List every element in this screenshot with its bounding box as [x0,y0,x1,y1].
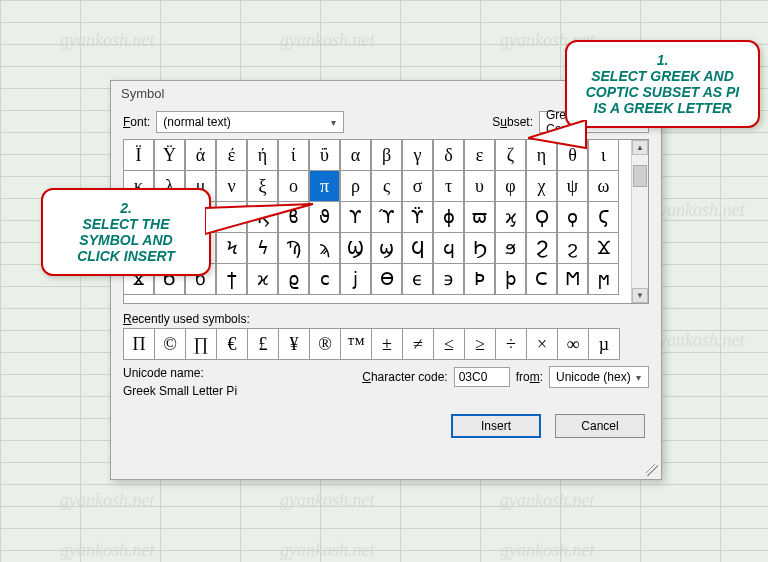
scroll-up-icon[interactable]: ▲ [632,140,648,155]
chevron-down-icon: ▾ [328,117,339,128]
recent-symbol-cell[interactable]: Π [123,328,155,360]
symbol-cell[interactable]: ς [371,170,402,202]
symbol-cell[interactable]: ϯ [216,263,247,295]
callout-1-tail [528,120,588,160]
symbol-cell[interactable]: υ [464,170,495,202]
symbol-cell[interactable]: ϻ [588,263,619,295]
scroll-thumb[interactable] [633,165,647,187]
symbol-cell[interactable]: δ [433,139,464,171]
symbol-cell[interactable]: ϸ [495,263,526,295]
symbol-cell[interactable]: χ [526,170,557,202]
symbol-cell[interactable]: ϳ [340,263,371,295]
symbol-cell[interactable]: ψ [557,170,588,202]
symbol-cell[interactable]: ν [216,170,247,202]
unicode-name-value: Greek Small Letter Pi [123,384,323,398]
recent-symbol-cell[interactable]: ¥ [278,328,310,360]
symbol-cell[interactable]: έ [216,139,247,171]
insert-button[interactable]: Insert [451,414,541,438]
symbol-cell[interactable]: Ϙ [526,201,557,233]
svg-marker-1 [205,204,313,234]
symbol-cell[interactable]: ά [185,139,216,171]
symbol-cell[interactable]: Ϥ [402,232,433,264]
char-code-input[interactable] [454,367,510,387]
recent-symbols-row: Π©∏€£¥®™±≠≤≥÷×∞µ [123,328,649,360]
svg-marker-0 [528,120,586,148]
symbol-cell[interactable]: ϱ [278,263,309,295]
chevron-down-icon: ▾ [633,372,644,383]
symbol-cell[interactable]: Ϲ [526,263,557,295]
recent-symbol-cell[interactable]: µ [588,328,620,360]
symbol-cell[interactable]: π [309,170,340,202]
symbol-cell[interactable]: ϰ [247,263,278,295]
grid-scrollbar[interactable]: ▲ ▼ [631,140,648,303]
symbol-cell[interactable]: ϴ [371,263,402,295]
font-dropdown[interactable]: (normal text) ▾ [156,111,344,133]
recent-symbol-cell[interactable]: € [216,328,248,360]
scroll-down-icon[interactable]: ▼ [632,288,648,303]
symbol-cell[interactable]: Ϫ [588,232,619,264]
symbol-cell[interactable]: ζ [495,139,526,171]
cancel-button[interactable]: Cancel [555,414,645,438]
symbol-cell[interactable]: ξ [247,170,278,202]
symbol-cell[interactable]: ϓ [371,201,402,233]
symbol-cell[interactable]: α [340,139,371,171]
symbol-cell[interactable]: γ [402,139,433,171]
symbol-cell[interactable]: ϥ [433,232,464,264]
symbol-cell[interactable]: β [371,139,402,171]
symbol-cell[interactable]: ϲ [309,263,340,295]
callout-2-tail [205,200,315,240]
subset-label: Subset: [492,115,533,129]
annotation-callout-1: 1. SELECT GREEK AND COPTIC SUBSET AS PI … [565,40,760,128]
annotation-callout-2: 2. SELECT THE SYMBOL AND CLICK INSERT [41,188,211,276]
symbol-cell[interactable]: ο [278,170,309,202]
resize-grip-icon[interactable] [646,464,658,476]
symbol-cell[interactable]: ω [588,170,619,202]
recent-symbol-cell[interactable]: ≤ [433,328,465,360]
symbol-cell[interactable]: ϩ [557,232,588,264]
recent-symbol-cell[interactable]: ® [309,328,341,360]
symbol-cell[interactable]: ή [247,139,278,171]
from-dropdown[interactable]: Unicode (hex) ▾ [549,366,649,388]
symbol-cell[interactable]: ϗ [495,201,526,233]
recent-symbol-cell[interactable]: £ [247,328,279,360]
symbol-cell[interactable]: ϧ [495,232,526,264]
recent-symbol-cell[interactable]: ≠ [402,328,434,360]
symbol-cell[interactable]: Ϊ [123,139,154,171]
symbol-cell[interactable]: Ϣ [340,232,371,264]
symbol-cell[interactable]: ρ [340,170,371,202]
recent-symbol-cell[interactable]: © [154,328,186,360]
symbol-cell[interactable]: τ [433,170,464,202]
symbol-cell[interactable]: ί [278,139,309,171]
symbol-cell[interactable]: Ϻ [557,263,588,295]
recent-symbol-cell[interactable]: ™ [340,328,372,360]
recent-symbol-cell[interactable]: ± [371,328,403,360]
from-value: Unicode (hex) [556,370,631,384]
recent-symbol-cell[interactable]: ∞ [557,328,589,360]
recent-symbol-cell[interactable]: × [526,328,558,360]
symbol-cell[interactable]: ΰ [309,139,340,171]
symbol-cell[interactable]: ϖ [464,201,495,233]
symbol-cell[interactable]: Ϋ [154,139,185,171]
symbol-cell[interactable]: Ϧ [464,232,495,264]
symbol-cell[interactable]: Ϸ [464,263,495,295]
symbol-cell[interactable]: ϣ [371,232,402,264]
symbol-cell[interactable]: ε [464,139,495,171]
symbol-cell[interactable]: ϔ [402,201,433,233]
symbol-cell[interactable]: ϵ [402,263,433,295]
symbol-cell[interactable]: σ [402,170,433,202]
recent-symbol-cell[interactable]: ÷ [495,328,527,360]
recent-symbol-cell[interactable]: ∏ [185,328,217,360]
symbol-cell[interactable]: ϒ [340,201,371,233]
symbol-cell[interactable]: ϶ [433,263,464,295]
symbol-cell[interactable]: Ϩ [526,232,557,264]
recent-symbol-cell[interactable]: ≥ [464,328,496,360]
symbol-cell[interactable]: φ [495,170,526,202]
unicode-name-label: Unicode name: [123,366,323,380]
font-label: Font: [123,115,150,129]
from-label: from: [516,370,543,384]
symbol-cell[interactable]: Ϛ [588,201,619,233]
symbol-cell[interactable]: ϙ [557,201,588,233]
font-value: (normal text) [163,115,230,129]
symbol-cell[interactable]: ϕ [433,201,464,233]
symbol-cell[interactable]: ι [588,139,619,171]
